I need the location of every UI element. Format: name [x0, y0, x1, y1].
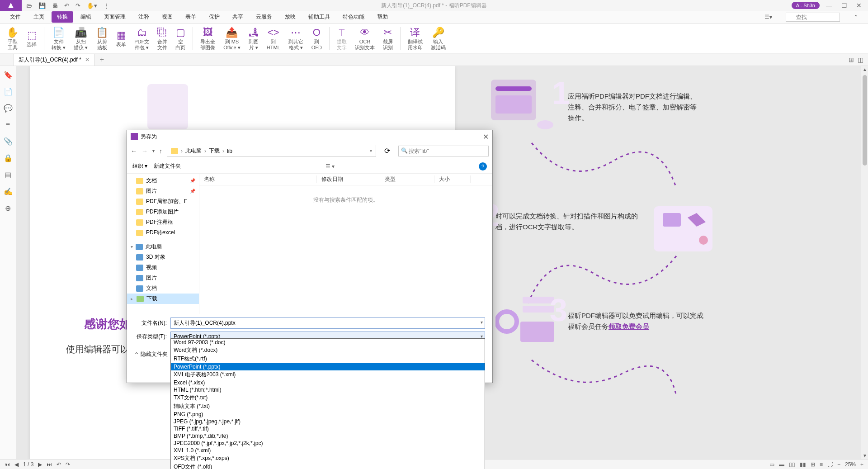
column-size[interactable]: 大小: [434, 175, 471, 183]
menu-protect[interactable]: 保护: [203, 11, 225, 23]
format-option[interactable]: XML电子表格2003 (*.xml): [171, 370, 485, 379]
document-tab[interactable]: 新人引导(1)_OCR(4).pdf * ✕: [14, 54, 94, 66]
format-option[interactable]: TIFF (*.tiff,*.tif): [171, 425, 485, 432]
menu-page[interactable]: 页面管理: [99, 11, 131, 23]
nav-back-icon[interactable]: ←: [131, 147, 137, 155]
minimize-button[interactable]: —: [823, 2, 835, 9]
ribbon-screenshot-ocr[interactable]: ✂截屏 识别: [380, 24, 396, 52]
view-facing-icon[interactable]: ▯▯: [789, 461, 795, 468]
ribbon-to-msoffice[interactable]: 📤到 MS Office ▾: [221, 24, 243, 52]
format-option[interactable]: HTML (*.htm;*.html): [171, 386, 485, 393]
comments-icon[interactable]: 💬: [4, 104, 13, 113]
organize-button[interactable]: 组织 ▾: [132, 162, 147, 170]
prev-page-icon[interactable]: ◀: [14, 461, 19, 468]
menu-form[interactable]: 表单: [180, 11, 202, 23]
layers-icon[interactable]: ≡: [6, 121, 10, 129]
format-option[interactable]: BMP (*.bmp,*.dib,*.rle): [171, 432, 485, 440]
security-icon[interactable]: 🔒: [4, 154, 13, 162]
breadcrumb[interactable]: › 此电脑 › 下载 › lib ▾: [167, 145, 376, 157]
menu-help[interactable]: 帮助: [372, 11, 393, 23]
ribbon-from-scanner[interactable]: 📠从扫 描仪 ▾: [71, 24, 90, 52]
collapse-ribbon-icon[interactable]: ⌃: [848, 12, 863, 22]
ribbon-extract-text[interactable]: T提取 文字: [334, 24, 349, 52]
first-page-icon[interactable]: ⏮: [5, 461, 10, 468]
ribbon-translate[interactable]: 译翻译试 用水印: [405, 24, 425, 52]
hide-folders-button[interactable]: ⌃隐藏文件夹: [134, 351, 168, 358]
menu-present[interactable]: 放映: [279, 11, 301, 23]
zoom-out-icon[interactable]: −: [837, 461, 840, 468]
view-split-icon[interactable]: ◫: [858, 56, 863, 63]
folder-tree[interactable]: 文档📌 图片📌 PDF局部加密、F PDF添加图片 PDF注释框 PDF转exc…: [127, 174, 199, 314]
refresh-icon[interactable]: ⟳: [381, 145, 394, 157]
ribbon-combine[interactable]: ⿻合并 文件: [155, 24, 170, 52]
close-button[interactable]: ✕: [854, 2, 864, 9]
ribbon-file-convert[interactable]: 📄文件 转换 ▾: [49, 24, 68, 52]
ribbon-to-ofd[interactable]: O到 OFD: [309, 24, 325, 52]
qat-more-icon[interactable]: ⋮: [104, 2, 109, 9]
column-date[interactable]: 修改日期: [317, 175, 380, 183]
format-option[interactable]: Word 97-2003 (*.doc): [171, 339, 485, 346]
view-single-icon[interactable]: ▭: [769, 461, 774, 468]
menu-view[interactable]: 视图: [156, 11, 178, 23]
ribbon-form[interactable]: ▦表单: [113, 24, 129, 52]
ribbon-select[interactable]: ⬚选择: [24, 24, 39, 52]
format-option[interactable]: RTF格式(*.rtf): [171, 355, 485, 363]
open-icon[interactable]: 🗁: [26, 2, 32, 9]
hand-icon[interactable]: ✋▾: [87, 2, 97, 9]
new-folder-button[interactable]: 新建文件夹: [154, 162, 181, 170]
view-grid-icon[interactable]: ⊞: [849, 56, 854, 63]
tab-close-icon[interactable]: ✕: [85, 57, 90, 63]
zoom-level[interactable]: 25%: [845, 461, 856, 468]
tell-me-icon[interactable]: ☰▾: [759, 12, 778, 22]
dialog-search-input[interactable]: [398, 146, 489, 156]
view-thumbs-icon[interactable]: ⊞: [811, 461, 815, 468]
view-options-icon[interactable]: ☰ ▾: [326, 163, 335, 170]
format-option[interactable]: TXT文件(*.txt): [171, 393, 485, 402]
menu-edit[interactable]: 编辑: [75, 11, 97, 23]
last-page-icon[interactable]: ⏭: [47, 461, 52, 468]
tab-add-button[interactable]: +: [100, 56, 104, 64]
ribbon-from-clipboard[interactable]: 📋从剪 贴板: [93, 24, 111, 52]
scrollbar-thumb[interactable]: [863, 75, 867, 166]
nav-up-icon[interactable]: ↑: [159, 147, 162, 155]
reflow-icon[interactable]: ≡: [820, 461, 823, 468]
format-option[interactable]: JPEG (*.jpg,*.jpeg,*.jpe,*.jif): [171, 418, 485, 425]
bookmark-icon[interactable]: 🔖: [4, 71, 13, 79]
file-list[interactable]: 名称 修改日期 类型 大小 没有与搜索条件匹配的项。: [199, 174, 492, 314]
format-option[interactable]: Excel (*.xlsx): [171, 379, 485, 386]
ribbon-to-image[interactable]: 🏞到图 片 ▾: [246, 24, 261, 52]
ribbon-blank-page[interactable]: ▢空 白页: [173, 24, 188, 52]
menu-feature[interactable]: 特色功能: [337, 11, 370, 23]
format-option[interactable]: XML 1.0 (*.xml): [171, 447, 485, 454]
attachments-icon[interactable]: 📎: [4, 137, 13, 146]
format-option[interactable]: PowerPoint (*.pptx): [171, 363, 485, 370]
menu-home[interactable]: 主页: [28, 11, 50, 23]
format-option[interactable]: JPEG2000 (*.jpf,*.jpx,*.jp2,*.j2k,*.jpc): [171, 440, 485, 447]
menu-cloud[interactable]: 云服务: [250, 11, 278, 23]
more-panels-icon[interactable]: ⊕: [5, 204, 11, 213]
menu-comment[interactable]: 注释: [133, 11, 155, 23]
nav-fwd-icon[interactable]: ↷: [66, 461, 70, 468]
free-member-link[interactable]: 领取免费会员: [609, 322, 649, 330]
help-icon[interactable]: ?: [479, 162, 487, 171]
ribbon-to-html[interactable]: <>到 HTML: [264, 24, 283, 52]
menu-file[interactable]: 文件: [5, 11, 26, 23]
nav-forward-icon[interactable]: →: [142, 147, 148, 155]
dialog-close-button[interactable]: ✕: [483, 133, 489, 141]
print-icon[interactable]: 🖶: [52, 2, 58, 9]
ribbon-hand-tool[interactable]: ✋手型 工具: [4, 24, 21, 52]
ribbon-ocr[interactable]: 👁OCR 识别文本: [352, 24, 377, 52]
format-option[interactable]: OFD文件 (*.ofd): [171, 463, 485, 469]
ribbon-portfolio[interactable]: 🗂PDF文 件包 ▾: [132, 24, 152, 52]
page-indicator[interactable]: 1 / 3: [23, 461, 33, 468]
view-continuous-icon[interactable]: ▬: [779, 461, 784, 468]
menu-share[interactable]: 共享: [227, 11, 249, 23]
search-input[interactable]: [786, 13, 840, 22]
next-page-icon[interactable]: ▶: [38, 461, 42, 468]
fit-page-icon[interactable]: ⛶: [827, 461, 833, 468]
column-name[interactable]: 名称: [199, 175, 317, 183]
redo-icon[interactable]: ↷: [75, 2, 80, 9]
undo-icon[interactable]: ↶: [64, 2, 69, 9]
format-option[interactable]: PNG (*.png): [171, 411, 485, 418]
user-badge[interactable]: A - Sh3n: [792, 2, 820, 9]
